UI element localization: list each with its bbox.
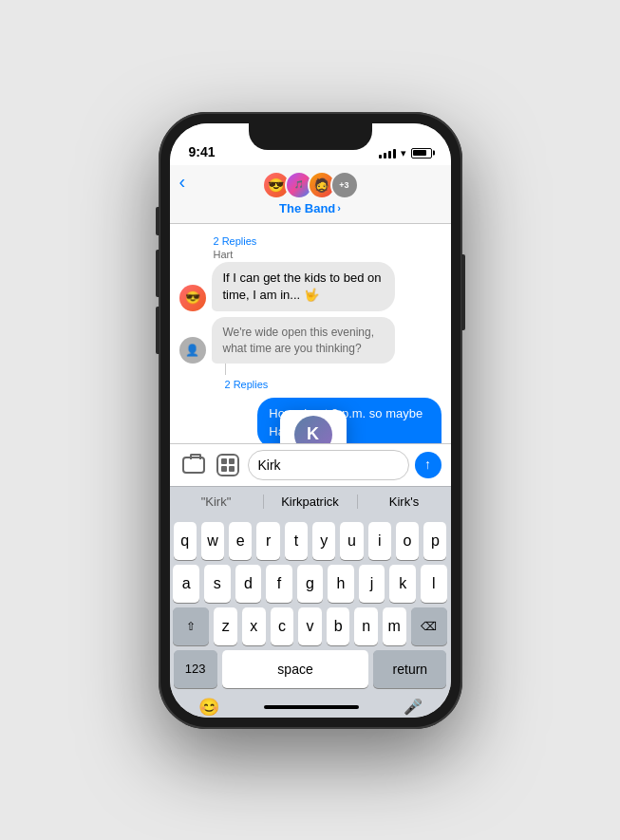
key-h[interactable]: h <box>328 565 354 603</box>
apps-icon <box>216 454 239 476</box>
back-button[interactable]: ‹ <box>179 171 186 193</box>
status-icons: ▾ <box>379 147 432 159</box>
key-x[interactable]: x <box>242 607 266 645</box>
shift-key[interactable]: ⇧ <box>173 607 209 645</box>
key-z[interactable]: z <box>214 607 237 645</box>
key-s[interactable]: s <box>204 565 231 603</box>
keyboard-row-4: 123 space return <box>174 650 447 688</box>
space-key[interactable]: space <box>222 650 368 688</box>
key-b[interactable]: b <box>327 607 350 645</box>
autocomplete-bar: "Kirk" Kirkpatrick Kirk's <box>170 486 451 516</box>
keyboard: q w e r t y u i o p a s d f g h j k <box>170 516 451 697</box>
notch <box>249 123 372 150</box>
key-o[interactable]: o <box>396 522 419 560</box>
gray-avatar: 👤 <box>179 337 206 364</box>
status-time: 9:41 <box>189 144 216 159</box>
phone-screen: 9:41 ▾ ‹ 😎 🎵 🧔 +3 <box>170 123 451 718</box>
key-g[interactable]: g <box>297 565 324 603</box>
key-i[interactable]: i <box>368 522 391 560</box>
message-gray: 👤 We're wide open this evening, what tim… <box>179 317 442 393</box>
avatar-4: +3 <box>330 171 359 199</box>
key-e[interactable]: e <box>229 522 252 560</box>
mute-switch <box>156 207 160 235</box>
keyboard-row-2: a s d f g h j k l <box>174 565 447 603</box>
mention-popup[interactable]: K Kirk <box>280 410 347 443</box>
group-name[interactable]: The Band › <box>279 201 341 215</box>
message-input-wrap[interactable]: Kirk <box>248 450 409 480</box>
home-indicator <box>264 705 359 709</box>
autocomplete-item-0[interactable]: "Kirk" <box>170 495 264 509</box>
key-y[interactable]: y <box>312 522 335 560</box>
key-k[interactable]: k <box>389 565 416 603</box>
gray-bubble-row: 👤 We're wide open this evening, what tim… <box>179 317 442 364</box>
autocomplete-item-1[interactable]: Kirkpatrick <box>264 495 358 509</box>
key-j[interactable]: j <box>359 565 385 603</box>
emoji-button[interactable]: 😊 <box>198 697 219 718</box>
keyboard-row-3: ⇧ z x c v b n m ⌫ <box>174 607 447 645</box>
input-bar: Kirk ↑ <box>170 443 451 486</box>
numbers-key[interactable]: 123 <box>174 650 217 688</box>
key-m[interactable]: m <box>383 607 406 645</box>
key-t[interactable]: t <box>285 522 308 560</box>
key-a[interactable]: a <box>173 565 199 603</box>
key-l[interactable]: l <box>421 565 447 603</box>
key-q[interactable]: q <box>174 522 197 560</box>
key-d[interactable]: d <box>235 565 262 603</box>
camera-button[interactable] <box>179 451 208 479</box>
key-u[interactable]: u <box>340 522 363 560</box>
messages-header: ‹ 😎 🎵 🧔 +3 The Band › <box>170 165 451 224</box>
power-button <box>461 254 465 330</box>
bottom-bar: 😊 🎤 <box>170 697 451 718</box>
volume-up-button <box>156 250 160 297</box>
group-name-label: The Band <box>279 201 335 215</box>
key-p[interactable]: p <box>423 522 446 560</box>
key-c[interactable]: c <box>271 607 294 645</box>
hart-bubble: If I can get the kids to bed on time, I … <box>212 262 395 311</box>
gray-bubble: We're wide open this evening, what time … <box>212 317 395 364</box>
key-r[interactable]: r <box>256 522 279 560</box>
wifi-icon: ▾ <box>401 147 406 159</box>
mic-button[interactable]: 🎤 <box>404 698 423 716</box>
signal-icon <box>379 147 396 159</box>
keyboard-row-1: q w e r t y u i o p <box>174 522 447 560</box>
hart-sender: Hart <box>179 249 442 260</box>
thread-line <box>225 364 226 375</box>
return-key[interactable]: return <box>373 650 446 688</box>
kirk-avatar: K <box>294 416 332 443</box>
key-w[interactable]: w <box>201 522 224 560</box>
key-f[interactable]: f <box>266 565 292 603</box>
send-button[interactable]: ↑ <box>415 452 442 478</box>
camera-icon <box>182 457 205 474</box>
group-avatars[interactable]: 😎 🎵 🧔 +3 <box>265 171 356 199</box>
key-v[interactable]: v <box>298 607 322 645</box>
hart-bubble-row: 😎 If I can get the kids to bed on time, … <box>179 262 442 311</box>
message-input[interactable]: Kirk <box>258 457 399 473</box>
battery-icon <box>411 148 432 159</box>
message-hart: 2 Replies Hart 😎 If I can get the kids t… <box>179 232 442 311</box>
send-arrow-icon: ↑ <box>424 457 431 472</box>
volume-down-button <box>156 307 160 354</box>
apps-button[interactable] <box>214 451 242 479</box>
autocomplete-item-2[interactable]: Kirk's <box>358 495 451 509</box>
phone-frame: 9:41 ▾ ‹ 😎 🎵 🧔 +3 <box>159 112 462 729</box>
gray-replies[interactable]: 2 Replies <box>179 375 442 392</box>
hart-replies[interactable]: 2 Replies <box>179 232 442 249</box>
hart-avatar: 😎 <box>179 285 206 311</box>
chat-area: 2 Replies Hart 😎 If I can get the kids t… <box>170 224 451 443</box>
delete-key[interactable]: ⌫ <box>411 607 447 645</box>
group-name-chevron: › <box>337 202 341 214</box>
key-n[interactable]: n <box>354 607 378 645</box>
